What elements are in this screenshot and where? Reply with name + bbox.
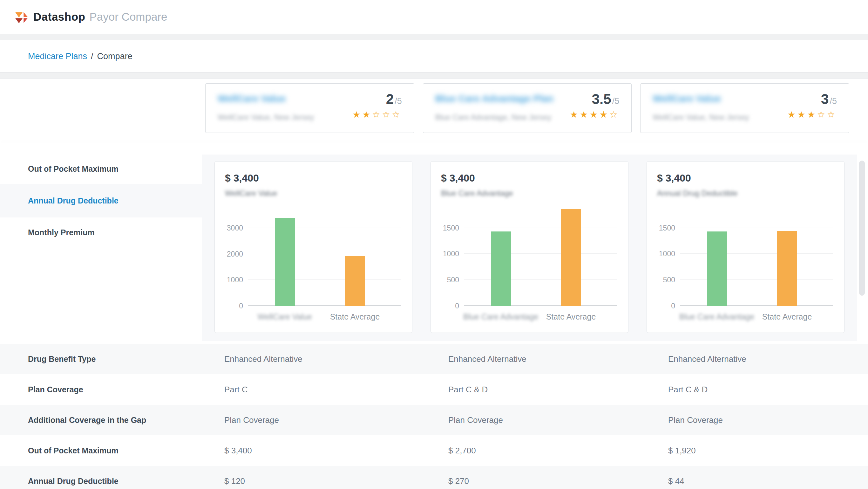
chart-gridline: [680, 253, 833, 254]
chart-gridline: [464, 228, 617, 228]
y-axis-tick: 0: [671, 302, 675, 310]
x-axis-label: Blue Care Advantage: [463, 312, 538, 321]
y-axis-tick: 500: [447, 276, 459, 284]
plan-card: WellCare ValueWellCare Value, New Jersey…: [205, 83, 414, 133]
row-value: Part C & D: [668, 385, 708, 395]
rating-score: 3/5: [787, 91, 837, 107]
chart-gridline: [464, 253, 617, 254]
chart-gridline: [680, 228, 833, 228]
row-value: Enhanced Alternative: [224, 354, 303, 364]
plan-subtitle: Blue Care Advantage, New Jersey: [435, 113, 552, 122]
table-row-out-of-pocket-maximum: Out of Pocket Maximum$ 3,400$ 2,700$ 1,9…: [0, 435, 868, 466]
chart-card: $ 3,400Blue Care Advantage050010001500Bl…: [431, 161, 628, 333]
chart-bar-blue-care-advantage: [707, 231, 727, 306]
row-value: $ 44: [668, 476, 684, 486]
plan-subtitle: WellCare Value, New Jersey: [218, 113, 314, 122]
row-label: Annual Drug Deductible: [28, 477, 119, 486]
row-value: Part C & D: [448, 385, 488, 395]
plan-rating: 3.5/5★★★☆★☆: [570, 91, 620, 119]
star-icon: ★: [787, 110, 797, 119]
chart-cards-row: $ 3,400WellCare Value0100020003000WellCa…: [214, 161, 844, 333]
star-outline-icon: ☆: [382, 110, 392, 119]
app-title: Payor Compare: [89, 10, 167, 23]
rating-stars: ★★★☆☆: [787, 110, 837, 119]
app-header: Datashop Payor Compare: [0, 0, 868, 34]
y-axis-tick: 0: [455, 302, 459, 310]
brand-title: Datashop: [33, 10, 85, 23]
rating-denominator: /5: [830, 96, 837, 106]
row-value: Plan Coverage: [668, 415, 723, 425]
plan-name-link[interactable]: Blue Care Advantage Plan: [435, 93, 554, 104]
row-value: $ 2,700: [448, 446, 476, 456]
plan-card: WellCare ValueWellCare Value, New Jersey…: [640, 83, 849, 133]
row-value: Part C: [224, 385, 248, 395]
rating-denominator: /5: [395, 96, 402, 106]
row-value: Plan Coverage: [224, 415, 279, 425]
sidebar-item-annual-drug-deductible[interactable]: Annual Drug Deductible: [0, 184, 202, 218]
chart-gridline: [680, 280, 833, 280]
rating-denominator: /5: [612, 96, 620, 106]
table-row-drug-benefit-type: Drug Benefit TypeEnhanced AlternativeEnh…: [0, 344, 868, 374]
divider-band: [0, 34, 868, 40]
row-label: Plan Coverage: [28, 385, 83, 394]
chart-title: $ 3,400: [225, 172, 259, 184]
star-outline-icon: ☆: [817, 110, 827, 119]
plan-name-link[interactable]: WellCare Value: [653, 93, 721, 104]
table-row-annual-drug-deductible: Annual Drug Deductible$ 120$ 270$ 44: [0, 466, 868, 489]
chart-gridline: [248, 305, 401, 306]
star-icon: ★: [798, 110, 807, 119]
scrollbar-thumb[interactable]: [859, 161, 865, 296]
x-axis-label: Blue Care Advantage: [679, 312, 754, 321]
chart-gridline: [680, 305, 833, 306]
x-axis-label: State Average: [330, 312, 380, 321]
star-icon: ★: [590, 110, 599, 119]
plan-name-link[interactable]: WellCare Value: [218, 93, 286, 104]
table-row-plan-coverage: Plan CoveragePart CPart C & DPart C & D: [0, 374, 868, 405]
chart-gridline: [464, 280, 617, 280]
chart-plot: 050010001500Blue Care AdvantageState Ave…: [464, 206, 617, 306]
row-label: Additional Coverage in the Gap: [28, 415, 146, 425]
row-value: $ 3,400: [224, 446, 252, 456]
row-value: $ 270: [448, 476, 469, 486]
sidebar-item-out-of-pocket-maximum[interactable]: Out of Pocket Maximum: [0, 154, 202, 184]
breadcrumb-link-medicare-plans[interactable]: Medicare Plans: [28, 52, 87, 61]
breadcrumb-separator: /: [91, 52, 93, 61]
plan-rating: 3/5★★★☆☆: [787, 91, 837, 119]
chart-bar-state-average: [777, 231, 797, 306]
plan-cards-strip: WellCare ValueWellCare Value, New Jersey…: [205, 83, 849, 133]
star-icon: ★: [807, 110, 817, 119]
breadcrumb: Medicare Plans / Compare: [0, 41, 868, 72]
row-label: Out of Pocket Maximum: [28, 446, 119, 455]
sidebar-nav: Out of Pocket MaximumAnnual Drug Deducti…: [0, 154, 202, 247]
star-half-icon: ☆★: [599, 110, 609, 119]
rating-value: 3.5: [592, 91, 611, 107]
chart-gridline: [248, 254, 401, 254]
y-axis-tick: 1500: [443, 224, 459, 232]
y-axis-tick: 2000: [227, 250, 243, 258]
row-value: Enhanced Alternative: [668, 354, 746, 364]
star-icon: ★: [580, 110, 590, 119]
rating-value: 2: [386, 91, 394, 107]
table-row-additional-coverage-in-the-gap: Additional Coverage in the GapPlan Cover…: [0, 405, 868, 435]
chart-bar-state-average: [345, 256, 365, 306]
x-axis-label: WellCare Value: [258, 312, 312, 321]
chart-card: $ 3,400Annual Drug Deductible05001000150…: [647, 161, 844, 333]
star-outline-icon: ☆: [372, 110, 382, 119]
star-outline-icon: ☆: [827, 110, 837, 119]
y-axis-tick: 500: [663, 276, 675, 284]
star-outline-icon: ☆: [392, 110, 402, 119]
plan-subtitle: WellCare Value, New Jersey: [653, 113, 749, 122]
sidebar-item-monthly-premium[interactable]: Monthly Premium: [0, 218, 202, 247]
row-value: Enhanced Alternative: [448, 354, 526, 364]
star-outline-icon: ☆: [609, 110, 619, 119]
chart-gridline: [248, 280, 401, 280]
star-icon: ★: [352, 110, 362, 119]
plan-card: Blue Care Advantage PlanBlue Care Advant…: [423, 83, 632, 133]
rating-score: 2/5: [352, 91, 402, 107]
y-axis-tick: 1500: [659, 224, 675, 232]
chart-subtitle: Annual Drug Deductible: [657, 189, 738, 198]
rating-stars: ★★☆☆☆: [352, 110, 402, 119]
y-axis-tick: 1000: [227, 276, 243, 284]
y-axis-tick: 1000: [443, 250, 459, 258]
y-axis-tick: 3000: [227, 224, 243, 232]
